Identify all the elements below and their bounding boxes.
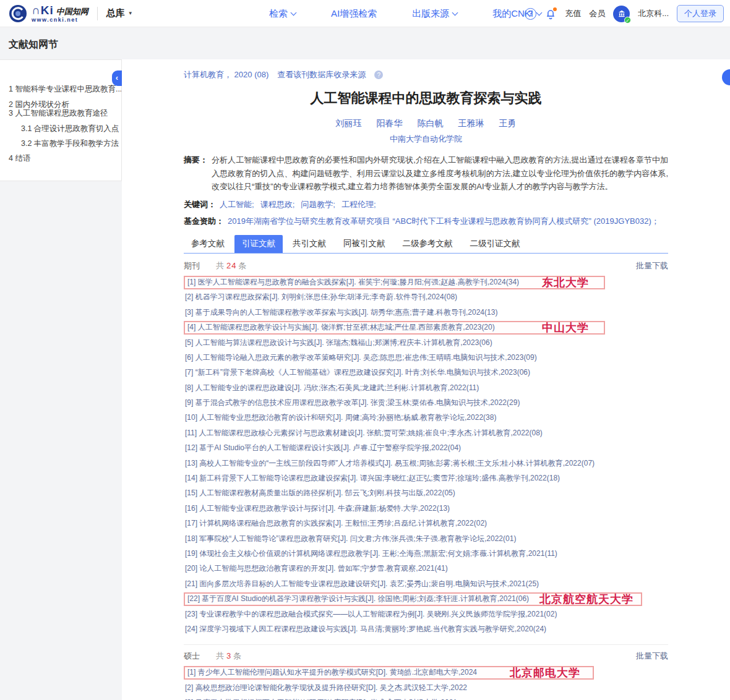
batch-download-link[interactable]: 批量下载 xyxy=(636,651,668,662)
source-help-icon[interactable]: ? xyxy=(374,70,383,79)
institution-avatar[interactable]: ✓ xyxy=(613,6,630,22)
outline-item[interactable]: 3 人工智能课程思政教育途径 xyxy=(0,109,121,117)
citation-item[interactable]: [8] 人工智能专业的课程思政建设[J]. 冯欣;张杰;石美凤;龙建武;兰利彬.… xyxy=(184,380,668,395)
author-link[interactable]: 刘丽珏 xyxy=(336,118,362,129)
outline-item[interactable]: 3.2 丰富教学手段和教学方法 xyxy=(0,139,121,148)
keyword-link[interactable]: 课程思政; xyxy=(260,199,295,210)
author-link[interactable]: 陈白帆 xyxy=(418,118,444,129)
citation-item[interactable]: [7] “新工科”背景下老牌高校《人工智能基础》课程思政建设探究[J]. 叶青;… xyxy=(184,365,668,380)
section-count: 共24条 xyxy=(216,260,247,271)
citation-tab[interactable]: 二级引证文献 xyxy=(463,235,528,253)
citation-text[interactable]: [20] 论人工智能与思想政治教育课程的开发[J]. 曾如军;宁梦雪.教育观察,… xyxy=(185,563,448,574)
brand-url: www.cnki.net xyxy=(32,17,88,23)
citation-item[interactable]: [23] 专业课程教学中的课程思政融合模式探究——以人工智能课程为例[J]. 吴… xyxy=(184,607,668,621)
author-link[interactable]: 王雅琳 xyxy=(458,118,484,129)
citation-item[interactable]: [9] 基于混合式教学的信息技术应用课程思政教学改革[J]. 张贡;梁玉林;粟佑… xyxy=(184,395,668,410)
journal-link[interactable]: 计算机教育， 2020 (08) xyxy=(184,69,268,80)
fund-link[interactable]: 2019年湖南省学位与研究生教育改革研究项目 “ABC时代下工科专业课程与思政教… xyxy=(228,216,659,227)
masters-citation-list: [1] 青少年人工智能伦理问题认知水平提升的教学模式研究[D]. 黄琦皓.北京邮… xyxy=(184,666,668,700)
verified-check-icon: ✓ xyxy=(624,17,631,23)
member-link[interactable]: 会员 xyxy=(589,8,605,19)
citation-item[interactable]: [16] 人工智能专业课程思政教学设计与探讨[J]. 牛森;薛建新;杨爱特.大学… xyxy=(184,501,668,516)
citation-item[interactable]: [6] 人工智能导论融入思政元素的教学改革策略研究[J]. 吴恋;陈思思;崔忠伟… xyxy=(184,350,668,365)
citation-text[interactable]: [5] 人工智能与算法课程思政设计与实践[J]. 张瑞杰;魏福山;郑渊博;程庆丰… xyxy=(185,338,492,348)
citation-text[interactable]: [23] 专业课程教学中的课程思政融合模式探究——以人工智能课程为例[J]. 吴… xyxy=(185,609,557,620)
citation-item[interactable]: [14] 新工科背景下人工智能导论课程思政建设探索[J]. 谭兴国;李晓红;赵正… xyxy=(184,471,668,485)
citation-item[interactable]: [20] 论人工智能与思想政治教育课程的开发[J]. 曾如军;宁梦雪.教育观察,… xyxy=(184,561,668,576)
cnki-logo[interactable]: ∩Ki 中国知网 www.cnki.net xyxy=(9,4,88,23)
citation-text[interactable]: [3] 基于成果导向的人工智能课程教学改革探索与实践[J]. 胡秀华;惠燕;曹子… xyxy=(185,307,497,318)
notification-bell-icon[interactable] xyxy=(544,7,557,20)
citation-text[interactable]: [8] 人工智能专业的课程思政建设[J]. 冯欣;张杰;石美凤;龙建武;兰利彬.… xyxy=(185,383,479,393)
citation-item[interactable]: [13] 高校人工智能专业的“一主线三阶段四导师”人才培养模式[J]. 易玉根;… xyxy=(184,456,668,471)
citation-text[interactable]: [7] “新工科”背景下老牌高校《人工智能基础》课程思政建设探究[J]. 叶青;… xyxy=(185,367,530,378)
citation-tab[interactable]: 二级参考文献 xyxy=(395,235,460,253)
author-link[interactable]: 阳春华 xyxy=(377,118,403,129)
nav-divider xyxy=(97,7,98,20)
citation-item[interactable]: [4] 人工智能课程思政教学设计与实施[J]. 饶洋辉;甘至祺;林志城;严仕星.… xyxy=(184,321,605,335)
citation-text[interactable]: [6] 人工智能导论融入思政元素的教学改革策略研究[J]. 吴恋;陈思思;崔忠伟… xyxy=(185,352,537,363)
citation-text[interactable]: [14] 新工科背景下人工智能导论课程思政建设探索[J]. 谭兴国;李晓红;赵正… xyxy=(185,473,560,484)
personal-login-button[interactable]: 个人登录 xyxy=(677,5,724,22)
citation-tab[interactable]: 引证文献 xyxy=(234,235,283,253)
sidebar-collapse-button[interactable]: ‹ xyxy=(112,70,122,86)
citation-item[interactable]: [5] 人工智能与算法课程思政设计与实践[J]. 张瑞杰;魏福山;郑渊博;程庆丰… xyxy=(184,335,668,350)
citation-text[interactable]: [10] 人工智能专业思想政治教育的设计和研究[J]. 周健;高玲;孙丽艳;杨威… xyxy=(185,412,496,423)
author-link[interactable]: 王勇 xyxy=(499,118,517,129)
citation-text[interactable]: [18] 军事院校“人工智能导论”课程思政教育研究[J]. 闫文君;方伟;张兵强… xyxy=(185,534,516,544)
citation-item[interactable]: [3] 马克思人学思想视阈下人工智能的“双刃”效应研究[D]. 仪成成.西南财经… xyxy=(184,695,668,700)
citation-item[interactable]: [24] 深度学习视域下人因工程课程思政建设与实践[J]. 马吕清;黄丽玲;罗艳… xyxy=(184,621,668,636)
nav-menu-item[interactable]: AI增强检索 xyxy=(331,8,377,20)
citation-item[interactable]: [1] 青少年人工智能伦理问题认知水平提升的教学模式研究[D]. 黄琦皓.北京邮… xyxy=(184,666,594,680)
citation-text[interactable]: [16] 人工智能专业课程思政教学设计与探讨[J]. 牛森;薛建新;杨爱特.大学… xyxy=(185,503,450,514)
help-icon[interactable]: ? xyxy=(525,8,536,20)
citation-text[interactable]: [2] 高校思想政治理论课智能化教学现状及提升路径研究[D]. 吴之杰.武汉轻工… xyxy=(185,683,467,693)
citation-text[interactable]: [17] 计算机网络课程融合思政教育的实践探索[J]. 王毅恒;王秀珍;吕磊纪.… xyxy=(185,518,487,529)
keyword-link[interactable]: 工程伦理; xyxy=(341,199,376,210)
affiliation-link[interactable]: 中南大学自动化学院 xyxy=(184,134,668,145)
citation-item[interactable]: [2] 高校思想政治理论课智能化教学现状及提升路径研究[D]. 吴之杰.武汉轻工… xyxy=(184,680,668,695)
citation-item[interactable]: [18] 军事院校“人工智能导论”课程思政教育研究[J]. 闫文君;方伟;张兵强… xyxy=(184,531,668,546)
batch-download-link[interactable]: 批量下载 xyxy=(636,260,668,271)
source-database-link[interactable]: 查看该刊数据库收录来源 xyxy=(277,69,366,80)
citation-item[interactable]: [22] 基于百度AI Studio的机器学习课程教学设计与实践[J]. 徐国艳… xyxy=(184,592,642,606)
citation-text[interactable]: [13] 高校人工智能专业的“一主线三阶段四导师”人才培养模式[J]. 易玉根;… xyxy=(185,458,595,469)
nav-menu-item[interactable]: 检索 xyxy=(269,8,296,20)
citation-item[interactable]: [19] 体现社会主义核心价值观的计算机网络课程思政教学[J]. 王彬;仝海燕;… xyxy=(184,546,668,561)
citation-item[interactable]: [3] 基于成果导向的人工智能课程教学改革探索与实践[J]. 胡秀华;惠燕;曹子… xyxy=(184,305,668,320)
recharge-link[interactable]: 充值 xyxy=(565,8,581,19)
citation-item[interactable]: [1] 医学人工智能课程与思政教育的融合实践探索[J]. 崔笑宇;何璇;滕月阳;… xyxy=(184,276,605,289)
citation-item[interactable]: [11] 人工智能课程思政核心元素探讨与思政素材建设[J]. 张航;贾可荣;姚娟… xyxy=(184,425,668,440)
citation-tab[interactable]: 共引文献 xyxy=(285,235,333,253)
citation-text[interactable]: [3] 马克思人学思想视阈下人工智能的“双刃”效应研究[D]. 仪成成.西南财经… xyxy=(185,698,457,700)
citation-text[interactable]: [11] 人工智能课程思政核心元素探讨与思政素材建设[J]. 张航;贾可荣;姚娟… xyxy=(185,428,543,438)
institution-name[interactable]: 北京科... xyxy=(638,8,669,19)
citation-text[interactable]: [19] 体现社会主义核心价值观的计算机网络课程思政教学[J]. 王彬;仝海燕;… xyxy=(185,548,557,559)
citation-text[interactable]: [1] 医学人工智能课程与思政教育的融合实践探索[J]. 崔笑宇;何璇;滕月阳;… xyxy=(187,277,519,288)
outline-item[interactable]: 1 智能科学专业课程中思政教育... xyxy=(0,85,121,93)
citation-item[interactable]: [10] 人工智能专业思想政治教育的设计和研究[J]. 周健;高玲;孙丽艳;杨威… xyxy=(184,411,668,425)
outline-item[interactable]: 4 结语 xyxy=(0,154,121,163)
citation-text[interactable]: [21] 面向多层次培养目标的人工智能专业课程思政建设研究[J]. 袁艺;晏秀山… xyxy=(185,579,539,589)
keyword-link[interactable]: 问题教学; xyxy=(301,199,335,210)
library-dropdown[interactable]: 总库 ▼ xyxy=(106,7,133,19)
citation-item[interactable]: [17] 计算机网络课程融合思政教育的实践探索[J]. 王毅恒;王秀珍;吕磊纪.… xyxy=(184,516,668,531)
citation-text[interactable]: [9] 基于混合式教学的信息技术应用课程思政教学改革[J]. 张贡;梁玉林;粟佑… xyxy=(185,398,520,408)
outline-item[interactable]: 2 国内外现状分析 xyxy=(0,100,121,109)
citation-text[interactable]: [1] 青少年人工智能伦理问题认知水平提升的教学模式研究[D]. 黄琦皓.北京邮… xyxy=(187,667,477,678)
citation-item[interactable]: [15] 人工智能课程教材高质量出版的路径探析[J]. 郜云飞;刘刚.科技与出版… xyxy=(184,486,668,501)
citation-text[interactable]: [12] 基于AI Studio平台的人工智能课程设计实践[J]. 卢睿.辽宁警… xyxy=(185,443,461,453)
citation-tab[interactable]: 参考文献 xyxy=(184,235,232,253)
citation-tab[interactable]: 同被引文献 xyxy=(336,235,393,253)
citation-text[interactable]: [22] 基于百度AI Studio的机器学习课程教学设计与实践[J]. 徐国艳… xyxy=(187,594,529,604)
citation-item[interactable]: [2] 机器学习课程思政探索[J]. 刘明剑;张思佳;孙华;胡泽元;李奇蔚.软件… xyxy=(184,290,668,305)
outline-item[interactable]: 3.1 合理设计思政教育切入点 xyxy=(0,124,121,133)
nav-menu-item[interactable]: 出版来源 xyxy=(412,8,457,20)
citation-item[interactable]: [21] 面向多层次培养目标的人工智能专业课程思政建设研究[J]. 袁艺;晏秀山… xyxy=(184,576,668,591)
citation-text[interactable]: [2] 机器学习课程思政探索[J]. 刘明剑;张思佳;孙华;胡泽元;李奇蔚.软件… xyxy=(185,292,457,302)
citation-text[interactable]: [15] 人工智能课程教材高质量出版的路径探析[J]. 郜云飞;刘刚.科技与出版… xyxy=(185,488,455,498)
citation-item[interactable]: [12] 基于AI Studio平台的人工智能课程设计实践[J]. 卢睿.辽宁警… xyxy=(184,441,668,456)
citation-text[interactable]: [4] 人工智能课程思政教学设计与实施[J]. 饶洋辉;甘至祺;林志城;严仕星.… xyxy=(187,322,495,333)
citation-text[interactable]: [24] 深度学习视域下人因工程课程思政建设与实践[J]. 马吕清;黄丽玲;罗艳… xyxy=(185,624,546,634)
keyword-link[interactable]: 人工智能; xyxy=(220,199,254,210)
